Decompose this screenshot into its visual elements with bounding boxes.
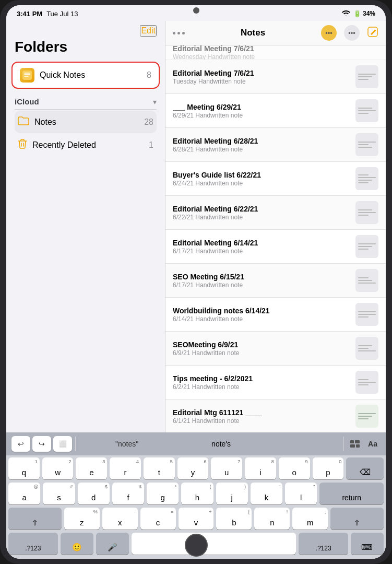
notes-folder-count: 28 <box>144 118 153 127</box>
svg-rect-3 <box>355 440 360 443</box>
key-z[interactable]: %z <box>64 508 100 530</box>
key-emoji[interactable]: 🙂 <box>61 533 93 555</box>
list-item[interactable]: Editorial Meeting 6/22/21 6/22/21 Handwr… <box>165 196 386 230</box>
key-shift-right[interactable]: ⇧ <box>330 508 384 530</box>
svg-rect-2 <box>350 440 354 443</box>
note-thumbnail <box>355 99 378 122</box>
status-date: Tue Jul 13 <box>46 10 78 18</box>
sidebar-item-notes[interactable]: Notes 28 <box>15 111 157 133</box>
list-item[interactable]: Tips meeting - 6/2/2021 6/2/21 Handwritt… <box>165 366 386 400</box>
icloud-header[interactable]: iCloud ▾ <box>15 93 157 110</box>
key-hide-keyboard[interactable]: ⌨ <box>351 533 384 555</box>
list-item[interactable]: ___ Meeting 6/29/21 6/29/21 Handwritten … <box>165 94 386 128</box>
undo-button[interactable]: ↩ <box>11 436 30 452</box>
keyboard-row-3: ⇧ %z -x =c +v [b !n ,m ⇧ <box>8 508 384 530</box>
key-f[interactable]: &f <box>112 483 144 504</box>
keyboard-toolbar: ↩ ↪ ⬜ "notes" note's Aa <box>6 432 386 455</box>
notes-panel: Notes ••• ••• <box>165 21 386 432</box>
list-item[interactable]: Editorial Meeting 7/6/21 Wednesday Handw… <box>165 45 386 60</box>
grid-button[interactable] <box>347 436 363 452</box>
key-a[interactable]: @a <box>8 483 40 504</box>
key-y[interactable]: 6y <box>177 457 209 479</box>
key-p[interactable]: 0p <box>313 457 344 479</box>
list-item[interactable]: SEO Meeting 6/15/21 6/17/21 Handwritten … <box>165 264 386 298</box>
key-u[interactable]: 7u <box>211 457 242 479</box>
key-d[interactable]: $d <box>78 483 110 504</box>
quick-notes-label: Quick Notes <box>40 70 85 80</box>
notes-header-icons: ••• ••• <box>321 25 378 41</box>
key-r[interactable]: 4r <box>110 457 141 479</box>
redo-button[interactable]: ↪ <box>32 436 51 452</box>
key-q[interactable]: 1q <box>8 457 40 479</box>
note-thumbnail <box>355 337 378 360</box>
folders-title: Folders <box>6 39 165 62</box>
list-item[interactable]: Buyer's Guide list 6/22/21 6/24/21 Handw… <box>165 162 386 196</box>
suggestion-middle[interactable]: note's <box>206 438 236 450</box>
key-l[interactable]: "l <box>285 483 317 504</box>
key-x[interactable]: -x <box>102 508 138 530</box>
key-t[interactable]: 5t <box>144 457 175 479</box>
key-g[interactable]: *g <box>147 483 179 504</box>
battery-icon: 🔋 34% <box>353 10 375 17</box>
key-delete[interactable]: ⌫ <box>346 457 384 479</box>
key-o[interactable]: 9o <box>279 457 310 479</box>
sidebar: Edit Folders Quick Notes <box>6 21 165 432</box>
options-button[interactable]: ••• <box>344 25 360 41</box>
key-i[interactable]: 8i <box>245 457 276 479</box>
compose-button[interactable] <box>367 26 378 40</box>
recently-deleted-count: 1 <box>149 140 153 150</box>
note-thumbnail <box>355 201 378 224</box>
keyboard-suggestions: "notes" note's <box>79 438 340 450</box>
note-thumbnail <box>355 303 378 326</box>
icloud-section: iCloud ▾ Notes 28 <box>6 93 165 157</box>
dots-icon: ••• <box>348 29 355 37</box>
key-space[interactable] <box>132 533 296 555</box>
key-c[interactable]: =c <box>140 508 176 530</box>
list-item[interactable]: Editorial Meeting 7/6/21 Tuesday Handwri… <box>165 60 386 94</box>
suggestion-quoted[interactable]: "notes" <box>110 438 144 450</box>
key-shift-left[interactable]: ⇧ <box>8 508 62 530</box>
list-item[interactable]: SEOMeeting 6/9/21 6/9/21 Handwritten not… <box>165 332 386 366</box>
folder-icon <box>18 116 29 128</box>
quick-notes-icon <box>20 68 34 83</box>
key-num-left[interactable]: .?123 <box>8 533 58 555</box>
key-j[interactable]: )j <box>216 483 248 504</box>
key-w[interactable]: 2w <box>42 457 74 479</box>
more-options-button[interactable]: ••• <box>321 25 337 41</box>
ellipsis-icon: ••• <box>325 29 332 37</box>
keyboard-row-1: 1q 2w 3e 4r 5t 6y 7u 8i 9o 0p ⌫ <box>8 457 384 479</box>
notes-header: Notes ••• ••• <box>165 21 386 45</box>
edit-button[interactable]: Edit <box>140 25 157 37</box>
copy-button[interactable]: ⬜ <box>53 436 72 452</box>
key-b[interactable]: [b <box>216 508 252 530</box>
list-item[interactable]: Worldbuilding notes 6/14/21 6/14/21 Hand… <box>165 298 386 332</box>
wifi-icon <box>342 10 350 18</box>
key-mic[interactable]: 🎤 <box>96 533 129 555</box>
status-time: 3:41 PM <box>17 10 42 18</box>
list-item[interactable]: Editorial Meeting 6/28/21 6/28/21 Handwr… <box>165 128 386 162</box>
note-thumbnail <box>355 167 378 190</box>
suggestion-right[interactable] <box>299 442 309 446</box>
key-h[interactable]: (h <box>181 483 213 504</box>
status-icons: 🔋 34% <box>342 10 375 18</box>
quick-notes-item[interactable]: Quick Notes 8 <box>11 62 160 89</box>
key-s[interactable]: #s <box>43 483 75 504</box>
list-item[interactable]: Editorial Mtg 611121 ____ 6/1/21 Handwri… <box>165 400 386 432</box>
quick-notes-count: 8 <box>147 70 151 80</box>
note-thumbnail <box>355 133 378 156</box>
key-n[interactable]: !n <box>254 508 290 530</box>
note-thumbnail <box>355 405 378 428</box>
font-size-button[interactable]: Aa <box>365 436 381 452</box>
key-m[interactable]: ,m <box>292 508 328 530</box>
sidebar-item-recently-deleted[interactable]: Recently Deleted 1 <box>15 133 157 157</box>
key-num-right[interactable]: .?123 <box>299 533 348 555</box>
key-v[interactable]: +v <box>179 508 214 530</box>
home-button[interactable] <box>185 534 208 557</box>
header-dots <box>173 32 185 34</box>
trash-icon <box>18 138 27 151</box>
list-item[interactable]: Editorial Meeting 6/14/21 6/17/21 Handwr… <box>165 230 386 264</box>
key-k[interactable]: "k <box>251 483 282 504</box>
note-thumbnail <box>355 371 378 394</box>
key-e[interactable]: 3e <box>76 457 107 479</box>
key-return[interactable]: return <box>319 483 384 504</box>
